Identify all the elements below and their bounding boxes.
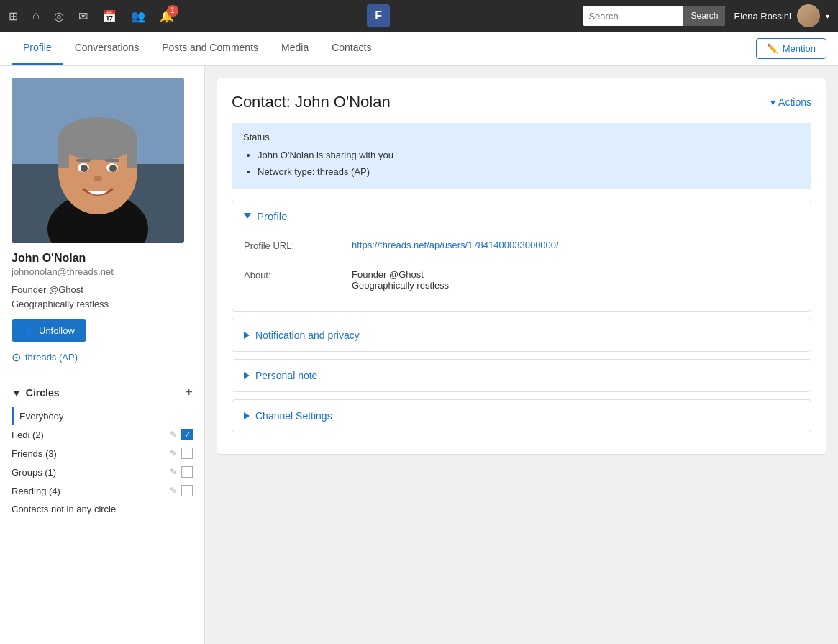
user-name: Elena Rossini — [734, 11, 791, 22]
tab-profile[interactable]: Profile — [12, 32, 63, 65]
edit-icon[interactable]: ✎ — [170, 467, 177, 477]
mail-icon[interactable]: ✉ — [78, 9, 88, 23]
profile-url-row: Profile URL: https://threads.net/ap/user… — [244, 231, 799, 260]
instagram-icon: ⊙ — [12, 350, 21, 364]
circle-item-friends: Friends (3) ✎ — [12, 444, 193, 463]
people-icon: 👤 — [23, 325, 35, 336]
circle-actions: ✎ — [170, 466, 193, 478]
channel-settings-header[interactable]: Channel Settings — [232, 400, 811, 432]
circle-label: Friends (3) — [12, 448, 57, 459]
people-icon[interactable]: 👥 — [131, 9, 145, 23]
home-icon[interactable]: ⌂ — [32, 9, 40, 22]
left-sidebar: John O'Nolan johnonolan@threads.net Foun… — [0, 66, 205, 644]
tab-posts-comments[interactable]: Posts and Comments — [150, 32, 270, 65]
search-input[interactable] — [583, 6, 683, 26]
personal-note-header[interactable]: Personal note — [232, 360, 811, 391]
svg-rect-12 — [76, 159, 91, 162]
triangle-down-icon — [244, 213, 251, 219]
circle-item-everybody[interactable]: Everybody — [12, 407, 193, 425]
circle-item-reading: Reading (4) ✎ — [12, 481, 193, 500]
sub-navigation: Profile Conversations Posts and Comments… — [0, 32, 838, 66]
triangle-right-icon — [244, 332, 250, 339]
actions-button[interactable]: ▾ Actions — [770, 96, 811, 108]
circle-actions: ✎ — [170, 448, 193, 459]
svg-rect-13 — [105, 159, 119, 162]
profile-about-value: Founder @Ghost Geographically restless — [352, 269, 799, 291]
user-info: Elena Rossini ▾ — [734, 4, 829, 27]
edit-icon[interactable]: ✎ — [170, 448, 177, 458]
contact-bio: Founder @Ghost Geographically restless — [12, 283, 193, 311]
chevron-down-icon: ▾ — [770, 96, 775, 108]
contact-name: John O'Nolan — [12, 252, 193, 265]
triangle-right-icon — [244, 412, 250, 419]
profile-section: Profile Profile URL: https://threads.net… — [232, 201, 811, 312]
circle-label: Reading (4) — [12, 486, 60, 496]
tab-media[interactable]: Media — [270, 32, 320, 65]
top-navigation: ⊞ ⌂ ◎ ✉ 📅 👥 🔔 1 F Search Elena Rossini ▾ — [0, 0, 838, 32]
nav-icons-left: ⊞ ⌂ ◎ ✉ 📅 👥 🔔 1 — [9, 9, 174, 23]
notification-badge: 1 — [167, 5, 178, 17]
avatar[interactable] — [797, 4, 820, 27]
contact-title-row: Contact: John O'Nolan ▾ Actions — [232, 93, 811, 112]
right-content: Contact: John O'Nolan ▾ Actions Status J… — [205, 66, 838, 644]
notification-privacy-section: Notification and privacy — [232, 319, 811, 352]
circles-section: ▼ Circles + Everybody Fedi (2) ✎ Friends… — [0, 376, 204, 527]
mention-button[interactable]: ✏️ Mention — [756, 38, 826, 59]
unfollow-button[interactable]: 👤 Unfollow — [12, 319, 86, 342]
contact-title: Contact: John O'Nolan — [232, 93, 391, 112]
circles-header: ▼ Circles + — [12, 385, 193, 400]
target-icon[interactable]: ◎ — [54, 9, 64, 23]
search-button[interactable]: Search — [683, 6, 725, 26]
tab-contacts[interactable]: Contacts — [320, 32, 383, 65]
profile-url-label: Profile URL: — [244, 240, 352, 251]
svg-point-11 — [109, 165, 117, 172]
bell-icon[interactable]: 🔔 1 — [160, 9, 174, 23]
svg-rect-6 — [58, 139, 69, 168]
main-container: John O'Nolan johnonolan@threads.net Foun… — [0, 66, 838, 644]
circle-actions: ✎ — [170, 485, 193, 496]
svg-point-5 — [58, 117, 137, 160]
contact-photo — [12, 78, 184, 243]
personal-note-section: Personal note — [232, 359, 811, 392]
circle-item-groups: Groups (1) ✎ — [12, 463, 193, 481]
circle-item-fedi: Fedi (2) ✎ — [12, 425, 193, 444]
nav-tabs: Profile Conversations Posts and Comments… — [12, 32, 383, 65]
svg-point-14 — [94, 176, 102, 181]
circle-label: Groups (1) — [12, 467, 56, 478]
contact-photo-svg — [12, 78, 184, 243]
calendar-icon[interactable]: 📅 — [102, 9, 117, 23]
contact-email: johnonolan@threads.net — [12, 266, 193, 277]
edit-icon: ✏️ — [767, 43, 778, 54]
svg-point-10 — [81, 165, 88, 172]
circle-checkbox-friends[interactable] — [181, 448, 193, 459]
search-box: Search — [583, 6, 725, 26]
status-box: Status John O'Nolan is sharing with you … — [232, 123, 811, 189]
circle-checkbox-fedi[interactable] — [181, 429, 193, 440]
profile-section-header[interactable]: Profile — [232, 201, 811, 231]
circle-label: Everybody — [19, 411, 63, 422]
chevron-down-icon[interactable]: ▾ — [826, 12, 829, 20]
brand-icon: F — [367, 4, 390, 27]
status-list: John O'Nolan is sharing with you Network… — [243, 147, 800, 181]
add-circle-button[interactable]: + — [185, 385, 193, 400]
edit-icon[interactable]: ✎ — [170, 486, 177, 496]
status-item: Network type: threads (AP) — [258, 163, 800, 180]
grid-icon[interactable]: ⊞ — [9, 9, 18, 23]
circle-actions: ✎ — [170, 429, 193, 440]
circle-checkbox-reading[interactable] — [181, 485, 193, 496]
profile-url-value: https://threads.net/ap/users/17841400033… — [352, 240, 799, 251]
contact-card: John O'Nolan johnonolan@threads.net Foun… — [0, 66, 204, 376]
profile-body: Profile URL: https://threads.net/ap/user… — [232, 231, 811, 311]
threads-link[interactable]: ⊙ threads (AP) — [12, 350, 193, 364]
status-label: Status — [243, 132, 800, 142]
notification-privacy-header[interactable]: Notification and privacy — [232, 319, 811, 351]
edit-icon[interactable]: ✎ — [170, 430, 177, 440]
tab-conversations[interactable]: Conversations — [63, 32, 151, 65]
channel-settings-section: Channel Settings — [232, 399, 811, 432]
profile-url-link[interactable]: https://threads.net/ap/users/17841400033… — [352, 240, 559, 250]
triangle-down-icon[interactable]: ▼ — [12, 387, 22, 399]
circle-checkbox-groups[interactable] — [181, 466, 193, 478]
content-panel: Contact: John O'Nolan ▾ Actions Status J… — [217, 78, 826, 455]
circle-item-none[interactable]: Contacts not in any circle — [12, 500, 193, 518]
circle-label: Contacts not in any circle — [12, 504, 116, 514]
